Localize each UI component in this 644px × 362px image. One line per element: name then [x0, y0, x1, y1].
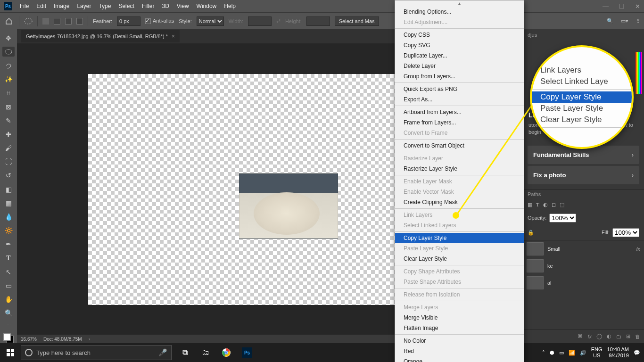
layer-item[interactable]: al: [523, 274, 644, 291]
type-tool[interactable]: T: [2, 253, 15, 263]
context-menu-item[interactable]: Rasterize Layer Style: [395, 164, 524, 174]
menu-help[interactable]: Help: [224, 3, 236, 9]
filter-smart-icon[interactable]: ⬚: [560, 202, 564, 208]
subtract-selection-icon[interactable]: [65, 18, 72, 25]
tray-up-icon[interactable]: ˄: [542, 350, 545, 356]
mic-icon[interactable]: 🎤: [158, 348, 167, 357]
context-menu-item[interactable]: Export As...: [395, 94, 524, 105]
context-menu-item[interactable]: Convert to Frame: [395, 128, 524, 138]
eraser-tool[interactable]: ◧: [2, 184, 15, 194]
path-select-tool[interactable]: ↖: [2, 267, 15, 277]
context-menu-item[interactable]: Convert to Smart Object: [395, 140, 524, 151]
dodge-tool[interactable]: 🔆: [2, 226, 15, 236]
context-menu-item[interactable]: Group from Layers...: [395, 71, 524, 82]
context-menu-item[interactable]: Duplicate Layer...: [395, 50, 524, 61]
tray-notifications-icon[interactable]: 💬: [634, 350, 640, 356]
tray-battery-icon[interactable]: ▭: [559, 350, 564, 356]
zoom-level[interactable]: 16.67%: [21, 337, 37, 342]
menu-layer[interactable]: Layer: [77, 3, 91, 9]
context-menu-item[interactable]: Release from Isolation: [395, 289, 524, 300]
group-icon[interactable]: 🗀: [616, 334, 621, 339]
mask-icon[interactable]: ◯: [596, 333, 602, 339]
document-tab[interactable]: GettyImages-76185342.jpg @ 16.7% (Detail…: [21, 30, 180, 42]
card-fix-photo[interactable]: Fix a photo›: [528, 166, 639, 184]
close-tab-icon[interactable]: ×: [172, 33, 175, 40]
context-menu-item[interactable]: Enable Vector Mask: [395, 187, 524, 197]
status-chevron-icon[interactable]: ›: [89, 337, 90, 342]
context-menu-item[interactable]: Enable Layer Mask: [395, 176, 524, 187]
context-menu-item[interactable]: Artboard from Layers...: [395, 107, 524, 117]
marquee-tool-icon[interactable]: [24, 18, 33, 25]
antialias-checkbox[interactable]: [145, 18, 151, 24]
move-tool[interactable]: ✥: [2, 33, 15, 43]
stamp-tool[interactable]: ⛶: [2, 157, 15, 167]
paths-tab[interactable]: Paths: [523, 189, 644, 199]
menu-3d[interactable]: 3D: [162, 3, 169, 9]
filter-type-icon[interactable]: T: [536, 202, 539, 207]
fill-select[interactable]: 100%: [612, 228, 639, 237]
filter-pixel-icon[interactable]: ▦: [528, 202, 532, 208]
context-menu-item[interactable]: Flatten Image: [395, 323, 524, 333]
marquee-tool[interactable]: [2, 47, 15, 57]
start-button[interactable]: [0, 349, 21, 356]
context-menu-item[interactable]: Frame from Layers...: [395, 117, 524, 128]
hand-tool[interactable]: ✋: [2, 295, 15, 304]
tray-wifi-icon[interactable]: 📶: [569, 350, 575, 356]
context-menu-item[interactable]: Copy CSS: [395, 30, 524, 40]
menu-edit[interactable]: Edit: [36, 3, 46, 9]
context-menu-item[interactable]: Clear Layer Style: [395, 254, 524, 264]
tray-clock[interactable]: 10:40 AM9/4/2019: [607, 346, 629, 359]
filter-shape-icon[interactable]: ◻: [552, 202, 556, 208]
layer-item[interactable]: Smallfx: [523, 240, 644, 257]
adjustments-tab[interactable]: djus: [523, 29, 644, 41]
context-menu-item[interactable]: Link Layers: [395, 210, 524, 220]
blur-tool[interactable]: 💧: [2, 212, 15, 222]
context-menu-item[interactable]: Select Linked Layers: [395, 220, 524, 230]
context-menu-item[interactable]: Paste Shape Attributes: [395, 277, 524, 287]
menu-select[interactable]: Select: [118, 3, 134, 9]
adjustment-icon[interactable]: ◐: [607, 333, 611, 339]
lock-icon[interactable]: 🔒: [528, 230, 534, 236]
menu-file[interactable]: File: [20, 3, 29, 9]
new-selection-icon[interactable]: [42, 18, 49, 25]
zoom-tool[interactable]: 🔍: [2, 308, 15, 318]
context-menu-item[interactable]: Delete Layer: [395, 61, 524, 71]
context-menu-item[interactable]: Create Clipping Mask: [395, 197, 524, 207]
menu-filter[interactable]: Filter: [142, 3, 155, 9]
taskbar-search[interactable]: Type here to search 🎤: [21, 345, 172, 360]
context-menu-item[interactable]: Orange: [395, 356, 524, 362]
healing-tool[interactable]: ✚: [2, 129, 15, 139]
select-and-mask-button[interactable]: Select and Mas: [335, 16, 379, 26]
quick-select-tool[interactable]: ✨: [2, 74, 15, 84]
trash-icon[interactable]: 🗑: [635, 334, 640, 339]
context-menu-item[interactable]: Edit Adjustment...: [395, 17, 524, 27]
file-explorer-icon[interactable]: 🗂: [196, 343, 215, 362]
layer-item[interactable]: ke: [523, 257, 644, 274]
context-menu-item[interactable]: Quick Export as PNG: [395, 84, 524, 94]
menu-type[interactable]: Type: [99, 3, 111, 9]
brush-tool[interactable]: 🖌: [2, 143, 15, 153]
context-menu-item[interactable]: Copy Shape Attributes: [395, 266, 524, 277]
context-menu-item[interactable]: Red: [395, 346, 524, 356]
frame-tool[interactable]: ⊠: [2, 102, 15, 112]
context-menu-item[interactable]: Merge Layers: [395, 302, 524, 313]
context-menu-item[interactable]: Copy Layer Style: [395, 233, 524, 243]
crop-tool[interactable]: ⌗: [2, 88, 15, 98]
chrome-icon[interactable]: [217, 343, 236, 362]
feather-input[interactable]: [117, 16, 140, 26]
home-icon[interactable]: [4, 16, 14, 26]
color-swatch[interactable]: [3, 333, 14, 343]
tray-language[interactable]: ENGUS: [591, 346, 603, 358]
style-select[interactable]: Normal: [197, 16, 224, 26]
eyedropper-tool[interactable]: ✎: [2, 115, 15, 125]
task-view-icon[interactable]: ⧉: [175, 343, 194, 362]
minimize-icon[interactable]: —: [603, 3, 609, 10]
photoshop-taskbar-icon[interactable]: Ps: [238, 343, 256, 362]
history-brush-tool[interactable]: ↺: [2, 171, 15, 181]
menu-image[interactable]: Image: [54, 3, 69, 9]
context-menu-item[interactable]: Merge Visible: [395, 313, 524, 323]
color-spectrum[interactable]: [636, 52, 642, 94]
workspace-icon[interactable]: ▭▾: [621, 18, 628, 24]
link-layers-icon[interactable]: ⌘: [578, 333, 583, 339]
maximize-icon[interactable]: ❐: [619, 3, 625, 10]
